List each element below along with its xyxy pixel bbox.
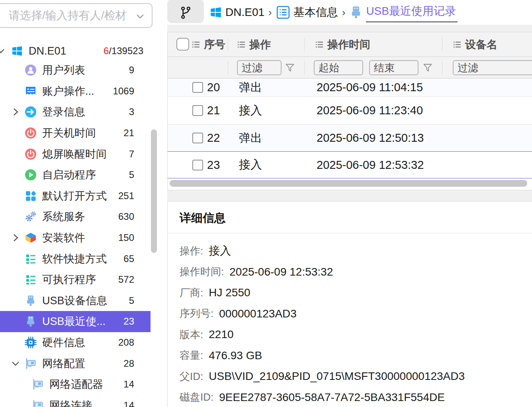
detail-field-operation-time: 操作时间: 2025-06-09 12:53:32 [180,262,532,283]
sidebar-item-dn-e01[interactable]: DN.E01 6/139523 [0,42,151,60]
table-row[interactable]: 22 弹出 2025-06-09 12:50:13 [168,125,532,152]
item-count: 21 [123,127,134,139]
sidebar-item-user-list[interactable]: 用户列表 9 [0,60,151,81]
chevron-collapsed-icon[interactable] [10,232,22,244]
item-count: 3 [129,106,134,117]
item-count: 5 [129,169,134,180]
breadcrumb-separator: › [342,6,346,19]
table-row[interactable]: 21 接入 2025-06-09 11:23:40 [168,97,532,125]
chip-icon [25,337,37,348]
sidebar-item-usb-device-info[interactable]: USB设备信息 5 [0,290,151,311]
item-count: 28 [123,358,134,369]
column-header-index[interactable]: 序号 [192,32,225,57]
details-title: 详细信息 [180,210,532,226]
detail-field-serial-number: 序列号: 000000123AD3 [180,303,532,325]
breadcrumb-item-usb-recent-usage[interactable]: USB最近使用记录 [349,3,458,22]
item-count: 630 [118,211,134,222]
scrollbar-thumb[interactable] [170,180,527,187]
usb-icon [25,295,37,307]
sidebar-item-network-connection[interactable]: 网络连接 14 [0,395,151,407]
sidebar-item-login-info[interactable]: 登录信息 3 [0,102,151,123]
chevron-expanded-icon[interactable] [0,45,7,57]
column-header-operation[interactable]: 操作 [237,32,271,57]
power-icon [25,148,37,160]
filter-start-time-input[interactable] [314,60,363,75]
detail-field-parent-id: 父ID: USB\VID_2109&PID_0715\MSFT300000001… [180,366,532,387]
item-count: 9 [129,65,134,76]
usb-icon [349,6,363,19]
item-count: 65 [123,253,134,264]
records-table: 序号 操作 操作时间 设备名 [167,32,532,190]
table-horizontal-scrollbar[interactable] [168,178,532,190]
sidebar-item-system-services[interactable]: 系统服务 630 [0,206,151,227]
filter-operation-input[interactable] [237,60,282,75]
grid-apps-icon [25,190,37,202]
sidebar-item-executables[interactable]: 可执行程序 572 [0,269,151,290]
item-count: 7 [129,149,134,160]
sidebar-item-software-shortcuts[interactable]: 软件快捷方式 65 [0,248,151,269]
funnel-filter-icon[interactable] [285,63,295,73]
detail-field-version: 版本: 2210 [180,324,532,345]
row-checkbox[interactable] [192,82,203,93]
evidence-tree: DN.E01 6/139523 用户列表 9 账户操作... 1069 [0,42,151,407]
column-divider [228,61,228,74]
select-all-checkbox[interactable] [176,38,189,51]
holder-select-dropdown[interactable]: 请选择/输入持有人/检材 [0,3,153,28]
list-lines-icon [192,40,200,49]
breadcrumb-separator: › [268,6,272,19]
table-row[interactable]: 20 弹出 2025-06-09 11:04:15 [168,78,532,97]
breadcrumb-item-evidence[interactable]: DN.E01 [209,6,264,19]
chevron-down-icon [134,10,146,22]
item-count: 14 [123,400,134,407]
item-count: 6/139523 [104,45,143,57]
sidebar-item-account-ops[interactable]: 账户操作... 1069 [0,81,151,102]
item-count: 572 [118,274,134,285]
item-count: 14 [123,379,134,390]
sidebar-item-autostart-programs[interactable]: 自启动程序 5 [0,164,151,186]
holder-select-placeholder: 请选择/输入持有人/检材 [9,8,136,23]
sidebar-item-installed-software[interactable]: 安装软件 150 [0,227,151,249]
windows-icon [11,45,23,57]
list-box-icon [276,5,290,20]
list-icon [25,274,37,286]
network-card-icon [32,378,44,390]
column-divider [304,61,305,74]
branch-view-button[interactable] [167,0,204,23]
column-divider [442,38,442,51]
chevron-expanded-icon[interactable] [10,358,22,370]
column-header-operation-time[interactable]: 操作时间 [315,32,370,57]
row-checkbox[interactable] [192,133,203,143]
sidebar-item-usb-recent-usage[interactable]: USB最近使... 23 [0,311,151,332]
breadcrumb-active-link: USB最近使用记录 [366,3,458,22]
item-count: 150 [118,232,134,243]
sidebar-item-network-config[interactable]: 网络配置 28 [0,353,151,374]
funnel-filter-icon[interactable] [422,63,433,73]
filter-end-time-input[interactable] [369,60,419,75]
git-branch-icon [178,4,193,21]
sidebar-item-power-times[interactable]: 开关机时间 21 [0,123,151,144]
sidebar-item-label: DN.E01 [29,45,66,57]
filter-device-input[interactable] [453,60,532,75]
background-strip [167,190,532,201]
sidebar-item-default-open-method[interactable]: 默认打开方式 251 [0,186,151,207]
column-divider [228,38,228,51]
sidebar-item-hardware-info[interactable]: 硬件信息 208 [0,332,151,353]
row-checkbox[interactable] [192,160,203,170]
sidebar-item-screen-wake-times[interactable]: 熄屏唤醒时间 7 [0,143,151,164]
column-divider [442,61,442,74]
column-header-device-name[interactable]: 设备名 [453,32,497,57]
item-count: 23 [123,316,134,327]
row-checkbox[interactable] [192,105,203,116]
column-divider [304,38,305,51]
sidebar-scrollbar[interactable] [151,129,157,253]
sidebar-item-network-adapter[interactable]: 网络适配器 14 [0,374,151,395]
breadcrumb-item-basic-info[interactable]: 基本信息 [276,5,338,20]
breadcrumb: DN.E01 › 基本信息 › USB最近使用记录 [167,0,532,25]
gears-icon [25,211,37,223]
network-card-icon [32,399,44,407]
id-card-icon [25,85,37,97]
detail-field-operation: 操作: 接入 [180,241,532,262]
table-row-selected[interactable]: 23 接入 2025-06-09 12:53:32 [168,152,532,178]
item-count: 251 [118,190,134,202]
chevron-collapsed-icon[interactable] [10,106,22,118]
